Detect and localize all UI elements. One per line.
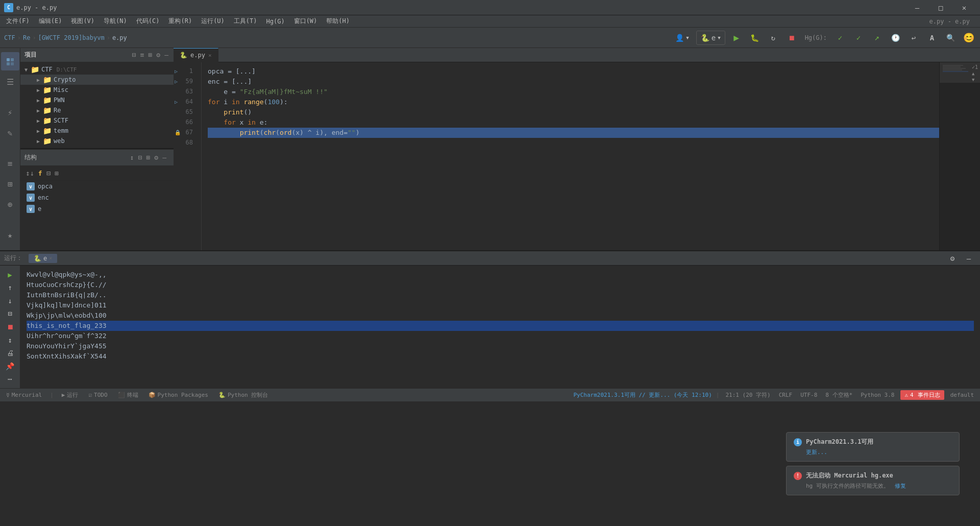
run-pin-btn[interactable]: 📌	[3, 361, 18, 371]
check1-button[interactable]: ✓	[833, 31, 847, 45]
struct-item-opca[interactable]: v opca	[20, 181, 174, 192]
struct-item-e[interactable]: v e	[20, 203, 174, 214]
menu-run[interactable]: 运行(U)	[197, 16, 229, 27]
breadcrumb-re[interactable]: Re	[23, 34, 30, 41]
status-terminal[interactable]: ⬛ 终端	[116, 391, 140, 399]
sidebar-icon-git[interactable]: ✎	[1, 124, 19, 142]
tree-item-re[interactable]: ▶ 📁 Re	[20, 105, 174, 115]
struct-action-expand[interactable]: ⊞	[54, 169, 60, 178]
tree-item-web[interactable]: ▶ 📁 web	[20, 136, 174, 146]
status-mercurial[interactable]: ☿ Mercurial	[4, 392, 44, 398]
sidebar-icon-project[interactable]	[1, 52, 19, 70]
debug-button[interactable]: 🐛	[748, 31, 762, 45]
breadcrumb-ctf[interactable]: CTF	[4, 34, 15, 41]
run-settings2-btn[interactable]: ↕	[3, 335, 18, 345]
status-position[interactable]: 21:1 (20 字符)	[723, 391, 772, 399]
env-selector[interactable]: 🐍 e ▼	[696, 31, 725, 45]
output-line-5-selected[interactable]: this_is_not_flag_233	[27, 321, 974, 331]
struct-expand-btn[interactable]: ⊞	[145, 153, 152, 162]
run-wrap-btn[interactable]: ⊟	[3, 309, 18, 319]
run-button[interactable]: ▶	[729, 31, 744, 45]
struct-action-filter2[interactable]: ⊟	[45, 168, 52, 178]
breadcrumb-file[interactable]: e.py	[112, 34, 127, 41]
profile-button[interactable]: 👤 ▼	[672, 31, 692, 45]
sidebar-icon-database[interactable]: ⊞	[1, 175, 19, 193]
tree-root[interactable]: ▼ 📁 CTF D:\CTF	[20, 64, 174, 75]
status-packages[interactable]: 📦 Python Packages	[146, 392, 210, 398]
close-button[interactable]: ✕	[952, 0, 976, 15]
tree-item-sctf[interactable]: ▶ 📁 SCTF	[20, 115, 174, 126]
notif-pycharm-link[interactable]: 更新...	[806, 449, 827, 456]
check3-button[interactable]: ↗	[870, 31, 884, 45]
bottom-settings-btn[interactable]: ⚙	[945, 251, 960, 266]
struct-label-e: e	[38, 205, 41, 212]
run-more-btn[interactable]: ⋯	[3, 374, 18, 385]
menu-file[interactable]: 文件(F)	[2, 16, 34, 27]
tree-item-temm[interactable]: ▶ 📁 temm	[20, 126, 174, 136]
settings-button[interactable]: 😊	[962, 31, 976, 45]
tree-item-misc[interactable]: ▶ 📁 Misc	[20, 85, 174, 95]
status-charset[interactable]: UTF-8	[798, 392, 819, 398]
menu-refactor[interactable]: 重构(R)	[164, 16, 196, 27]
history-button[interactable]: 🕐	[888, 31, 902, 45]
struct-label-opca: opca	[38, 183, 53, 190]
sidebar-icon-favorite[interactable]: ★	[1, 226, 19, 244]
run-play-btn[interactable]: ▶	[3, 270, 18, 280]
status-console[interactable]: 🐍 Python 控制台	[216, 391, 270, 399]
run-tab-e[interactable]: 🐍 e ×	[29, 254, 57, 263]
editor-tab-epy[interactable]: 🐍 e.py ×	[174, 48, 218, 62]
menu-window[interactable]: 窗口(W)	[290, 16, 322, 27]
bottom-close-btn[interactable]: —	[962, 251, 976, 266]
run-output[interactable]: Kwvl@vl@qpk@ys~x@-,, HtuoCuoCrshCzp}{C./…	[20, 266, 980, 388]
sidebar-icon-run[interactable]: ⊕	[1, 195, 19, 213]
menu-hg[interactable]: Hg(G)	[262, 17, 289, 26]
struct-filter-btn[interactable]: ⊟	[137, 153, 143, 162]
status-python-version[interactable]: Python 3.8	[859, 392, 896, 398]
stop-button[interactable]: ⏹	[785, 31, 799, 45]
tab-close-epy[interactable]: ×	[208, 52, 212, 59]
run-stop-btn[interactable]: ⏹	[3, 322, 18, 332]
menu-edit[interactable]: 编辑(E)	[35, 16, 66, 27]
breadcrumb-gwctf[interactable]: [GWCTF 2019]babyvm	[38, 34, 105, 41]
tree-collapse-btn[interactable]: ⊟	[131, 50, 137, 60]
struct-action-sort[interactable]: ↕↓	[24, 168, 35, 178]
run-print-btn[interactable]: 🖨	[3, 348, 18, 358]
struct-settings-btn[interactable]: ⚙	[153, 153, 159, 162]
struct-sort-btn[interactable]: ↕	[129, 153, 135, 162]
run-tab-close[interactable]: ×	[49, 255, 52, 261]
reload-button[interactable]: ↻	[766, 31, 780, 45]
tree-settings-btn[interactable]: ⚙	[155, 50, 161, 60]
menu-code[interactable]: 代码(C)	[132, 16, 164, 27]
status-branch[interactable]: default	[948, 392, 976, 398]
status-indent[interactable]: 8 个空格*	[823, 391, 854, 399]
tree-locate-btn[interactable]: ⊞	[148, 50, 154, 60]
sidebar-icon-find[interactable]: ⚡	[1, 103, 19, 122]
tree-close-btn[interactable]: —	[163, 50, 169, 60]
status-todo[interactable]: ☑ TODO	[86, 392, 109, 398]
struct-action-filter1[interactable]: f	[37, 169, 43, 178]
undo-button[interactable]: ↩	[906, 31, 921, 45]
struct-item-enc[interactable]: v enc	[20, 192, 174, 203]
run-scroll-up[interactable]: ↑	[3, 283, 18, 293]
sidebar-icon-structure[interactable]: ≡	[1, 154, 19, 173]
run-scroll-down[interactable]: ↓	[3, 296, 18, 306]
check2-button[interactable]: ✓	[851, 31, 866, 45]
struct-close-btn[interactable]: —	[161, 153, 167, 162]
search-button[interactable]: 🔍	[943, 31, 958, 45]
status-error-count[interactable]: ⚠ 4 事件日志	[900, 390, 944, 400]
menu-navigate[interactable]: 导航(N)	[100, 16, 131, 27]
menu-help[interactable]: 帮助(H)	[322, 16, 354, 27]
code-content[interactable]: opca = [...] enc = [...] e = "Fz{aM{aM|}…	[202, 62, 939, 250]
tree-expand-btn[interactable]: ≡	[139, 50, 145, 60]
menu-view[interactable]: 视图(V)	[67, 16, 99, 27]
translate-button[interactable]: A	[925, 31, 939, 45]
status-run[interactable]: ▶ 运行	[60, 391, 81, 399]
minimize-button[interactable]: —	[905, 0, 929, 15]
tree-item-crypto[interactable]: ▶ 📁 Crypto	[20, 75, 174, 85]
status-crlf[interactable]: CRLF	[777, 392, 795, 398]
tree-item-pwn[interactable]: ▶ 📁 PWN	[20, 95, 174, 105]
menu-tools[interactable]: 工具(T)	[230, 16, 261, 27]
notif-mercurial-link[interactable]: 修复	[895, 483, 906, 489]
maximize-button[interactable]: □	[929, 0, 952, 15]
sidebar-icon-bookmark[interactable]: ☰	[1, 73, 19, 91]
